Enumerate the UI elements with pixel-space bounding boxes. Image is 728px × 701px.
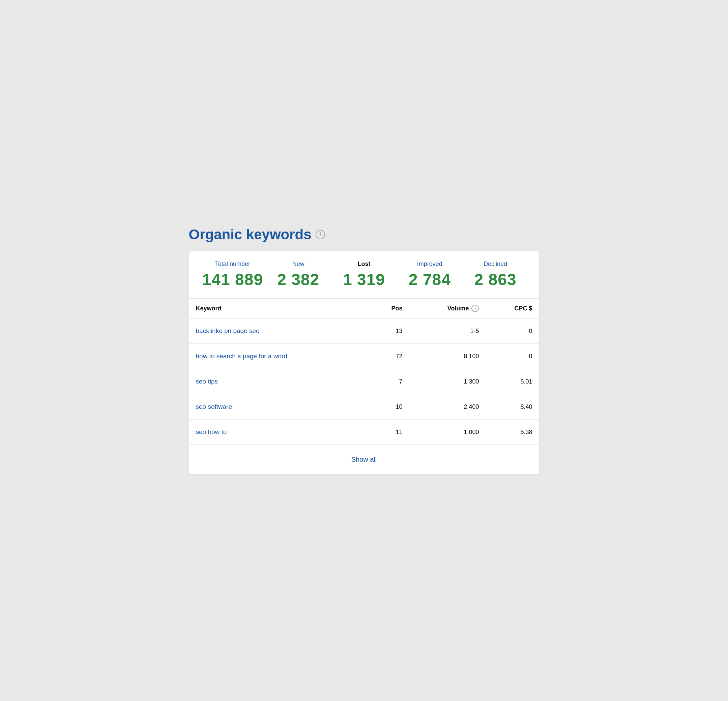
main-card: Total number141 889New2 382Lost1 319Impr… — [189, 251, 540, 475]
table-row: seo how to111 0005.38 — [189, 420, 539, 445]
table-row: how to search a page for a word728 1000 — [189, 344, 539, 369]
cpc-cell: 5.01 — [485, 369, 539, 394]
page-title: Organic keywords — [189, 226, 312, 243]
page-title-row: Organic keywords i — [189, 226, 540, 243]
col-pos: Pos — [367, 299, 409, 319]
pos-cell: 7 — [367, 369, 409, 394]
stat-value: 2 863 — [463, 270, 529, 289]
cpc-cell: 0 — [485, 344, 539, 369]
keyword-cell[interactable]: backlinko pn page seo — [189, 319, 368, 344]
widget-container: Organic keywords i Total number141 889Ne… — [179, 216, 550, 485]
stat-item: Lost1 319 — [331, 261, 397, 289]
volume-cell: 8 100 — [409, 344, 485, 369]
keyword-cell[interactable]: seo software — [189, 394, 368, 420]
stat-value: 1 319 — [331, 270, 397, 289]
keyword-cell[interactable]: seo how to — [189, 420, 368, 445]
stat-label: Declined — [463, 261, 529, 268]
stat-value: 2 784 — [397, 270, 463, 289]
col-keyword: Keyword — [189, 299, 368, 319]
stat-value: 141 889 — [200, 270, 266, 289]
pos-cell: 72 — [367, 344, 409, 369]
table-row: backlinko pn page seo131-50 — [189, 319, 539, 344]
pos-cell: 11 — [367, 420, 409, 445]
table-header: Keyword Pos Volume i CPC $ — [189, 299, 539, 319]
stat-item: Declined2 863 — [463, 261, 529, 289]
cpc-cell: 0 — [485, 319, 539, 344]
col-volume: Volume i — [409, 299, 485, 319]
table-row: seo tips71 3005.01 — [189, 369, 539, 394]
stat-label: Lost — [331, 261, 397, 268]
show-all-row: Show all — [189, 444, 539, 474]
col-cpc: CPC $ — [485, 299, 539, 319]
show-all-button[interactable]: Show all — [345, 453, 384, 466]
table-wrapper: Keyword Pos Volume i CPC $ backlinko pn — [189, 299, 539, 444]
table-row: seo software102 4008.40 — [189, 394, 539, 420]
volume-cell: 2 400 — [409, 394, 485, 420]
stat-item: Improved2 784 — [397, 261, 463, 289]
stat-label: Total number — [200, 261, 266, 268]
stat-label: Improved — [397, 261, 463, 268]
stat-item: Total number141 889 — [200, 261, 266, 289]
stats-row: Total number141 889New2 382Lost1 319Impr… — [189, 251, 539, 299]
stat-value: 2 382 — [265, 270, 331, 289]
volume-cell: 1 300 — [409, 369, 485, 394]
pos-cell: 13 — [367, 319, 409, 344]
stat-item: New2 382 — [265, 261, 331, 289]
info-icon[interactable]: i — [316, 230, 325, 239]
keyword-cell[interactable]: seo tips — [189, 369, 368, 394]
cpc-cell: 8.40 — [485, 394, 539, 420]
volume-cell: 1 000 — [409, 420, 485, 445]
table-body: backlinko pn page seo131-50how to search… — [189, 319, 539, 445]
keywords-table: Keyword Pos Volume i CPC $ backlinko pn — [189, 299, 539, 444]
cpc-cell: 5.38 — [485, 420, 539, 445]
pos-cell: 10 — [367, 394, 409, 420]
volume-cell: 1-5 — [409, 319, 485, 344]
stat-label: New — [265, 261, 331, 268]
volume-info-icon[interactable]: i — [471, 305, 479, 312]
keyword-cell[interactable]: how to search a page for a word — [189, 344, 368, 369]
